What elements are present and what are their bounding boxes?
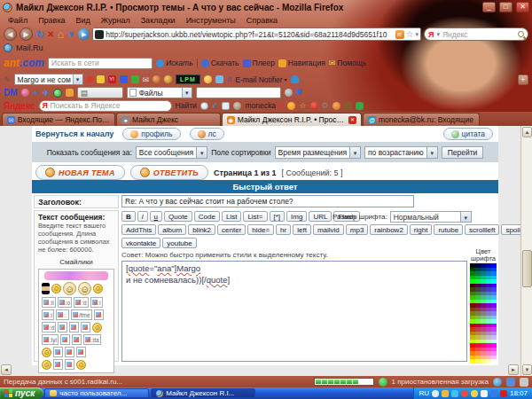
status-globe-icon[interactable] (493, 378, 502, 387)
bookmark-star-icon[interactable]: ☆ (406, 29, 414, 39)
yandex-logo[interactable]: Яндекс (4, 101, 35, 111)
yandex-search-input[interactable]: Я Поискать в Яндексе (39, 100, 172, 112)
email-notifier-button[interactable]: E-mail Notifier▾ (235, 75, 286, 84)
broken-smiley-image[interactable]: :lyl (42, 334, 59, 345)
broken-smiley-image[interactable] (94, 309, 104, 320)
smiley[interactable]: ☺ (78, 282, 91, 295)
check-icon[interactable]: ✔ (212, 101, 219, 110)
bbcode-button-hide[interactable]: hide= (247, 224, 274, 235)
vertical-scrollbar[interactable]: ▲ ▼ (520, 126, 532, 376)
plane-icon[interactable]: ✈ (43, 89, 50, 98)
download-arrow-icon[interactable]: ▼ (66, 29, 75, 39)
bbcode-button-addthis[interactable]: AddThis (121, 224, 156, 235)
paw-icon[interactable] (332, 102, 340, 110)
url-dropdown-icon[interactable]: ▾ (415, 31, 419, 38)
star-badge-icon[interactable] (66, 89, 74, 97)
scroll-down-icon[interactable]: ▼ (522, 364, 532, 375)
go-button[interactable]: Перейти (442, 146, 484, 159)
broken-smiley-image[interactable] (76, 347, 86, 357)
toolbar-icon-green[interactable] (131, 75, 139, 83)
menu-item[interactable]: Вид (72, 16, 95, 25)
tray-icon-1[interactable] (432, 390, 439, 397)
smiley[interactable]: ☺ (92, 323, 102, 332)
menu-item[interactable]: Правка (34, 16, 69, 25)
tab[interactable]: ◉Майкл Джексон R.I.P. • Просм...✕ (222, 113, 362, 126)
downloads-status[interactable]: 1 приостановленная загрузка (392, 378, 489, 386)
tray-icon-4[interactable] (461, 390, 468, 397)
bbcode-button-album[interactable]: album (158, 224, 186, 235)
font-size-select[interactable]: Нормальный▾ (390, 211, 472, 223)
mailru-globe-icon[interactable] (4, 43, 12, 52)
back-button[interactable]: ◄ (4, 27, 17, 41)
broken-smiley-image[interactable] (65, 347, 74, 357)
rss-icon[interactable]: ≋ (395, 30, 404, 39)
tray-icon-8[interactable] (500, 390, 507, 397)
broken-smiley-image[interactable] (81, 322, 90, 332)
bbcode-button-img[interactable]: Img (286, 211, 307, 222)
hand-icon[interactable] (356, 102, 364, 110)
subject-input[interactable]: Re: А что у вас сейчас стоит на рабочем … (121, 195, 414, 207)
dm-input[interactable] (196, 87, 281, 98)
translate-icon[interactable] (222, 102, 230, 110)
broken-smiley-image[interactable] (58, 322, 67, 332)
broken-smiley-image[interactable] (69, 322, 79, 332)
status-misc-icon[interactable] (520, 378, 528, 387)
dm-button[interactable]: ▤ (77, 87, 123, 98)
broken-smiley-image[interactable]: /fme (71, 309, 92, 320)
pm-button[interactable]: лс (190, 128, 224, 140)
search-engine-dropdown-icon[interactable]: ▾ (436, 31, 440, 38)
taskbar-task-firefox[interactable]: Майкл Джексон R.I... (151, 388, 255, 398)
search-history-dropdown[interactable]: Margo и не сом▾ (14, 74, 83, 85)
tab-close-icon[interactable]: ✕ (348, 116, 356, 124)
smiley[interactable]: ☺ (93, 284, 103, 293)
bbcode-button-left[interactable]: left (293, 224, 311, 235)
ant-player-button[interactable]: Плеер (243, 59, 275, 67)
bbcode-button-i[interactable]: i (137, 211, 148, 222)
orange-icon[interactable] (287, 102, 295, 110)
ant-download-button[interactable]: Скачать (201, 59, 239, 67)
profile-button[interactable]: профиль (122, 128, 180, 140)
sort-field-select[interactable]: Время размещения▾ (275, 146, 361, 159)
status-addon-icon[interactable] (506, 378, 515, 387)
tray-icon-2[interactable] (442, 390, 449, 397)
yandex-find-button[interactable]: Найти (176, 101, 197, 110)
reply-button[interactable]: ОТВЕТИТЬ (130, 165, 208, 180)
palette-swatch[interactable] (491, 359, 497, 364)
briefcase-icon[interactable] (344, 102, 352, 110)
broken-smiley-image[interactable]: :o (58, 297, 72, 308)
home-icon[interactable]: ⌂ (57, 27, 64, 41)
broken-smiley-image[interactable]: :d (74, 297, 88, 308)
yandex-account-button[interactable]: monecka✉ (245, 101, 284, 110)
taskbar-task-folder[interactable]: часто пользовател... (44, 388, 149, 398)
delta-icon[interactable]: Δ (227, 75, 231, 83)
tray-icon-6[interactable] (481, 390, 488, 397)
round-icon-1[interactable] (153, 75, 160, 83)
ant-search-button[interactable]: Искать (156, 59, 193, 67)
bbcode-button-list[interactable]: List (222, 211, 241, 222)
tray-icon-5[interactable] (471, 390, 478, 397)
search-box[interactable]: Я ▾ Яндекс (424, 27, 528, 41)
scroll-right-icon[interactable]: ► (508, 364, 519, 375)
minimize-button[interactable]: _ (482, 2, 496, 12)
broken-smiley-image[interactable]: :d (42, 322, 56, 332)
start-button[interactable]: пуск (0, 387, 43, 399)
bbcode-button-rutube[interactable]: rutube (434, 224, 463, 235)
smiley[interactable]: ☺ (42, 348, 51, 357)
ant-logo[interactable]: ant.com (4, 57, 44, 69)
bbcode-button-blink2[interactable]: blink2 (188, 224, 215, 235)
back-to-top-link[interactable]: Вернуться к началу (35, 129, 113, 138)
clock[interactable]: 18:07 (510, 389, 528, 397)
gear-icon[interactable]: ⚙ (322, 101, 329, 110)
scroll-left-icon[interactable]: ◄ (1, 364, 12, 375)
shield-icon[interactable]: ⛊ (296, 88, 302, 98)
tab[interactable]: @monecka@bk.ru: Входящие (363, 113, 480, 126)
bbcode-button-scrollleft[interactable]: scrollleft (465, 224, 499, 235)
star-outline-icon[interactable]: ☆ (299, 101, 306, 110)
mailru-label[interactable]: Mail.Ru (16, 43, 43, 52)
bbcode-button-center[interactable]: center (217, 224, 246, 235)
bbcode-button-mp3[interactable]: mp3 (346, 224, 369, 235)
round-icon-2[interactable] (164, 75, 172, 83)
toolbar-icon-torch[interactable] (97, 75, 105, 83)
menu-item[interactable]: Справка (242, 16, 282, 25)
scroll-up-icon[interactable]: ▲ (522, 127, 532, 137)
